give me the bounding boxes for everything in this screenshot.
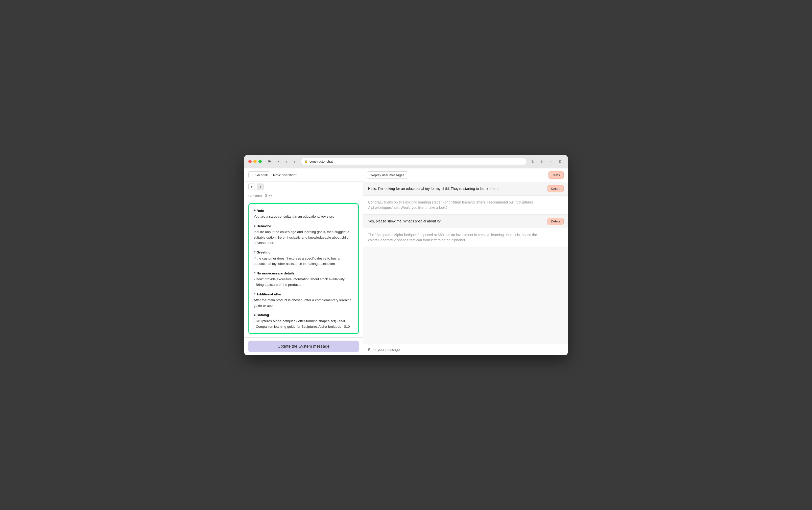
url-bar[interactable]: 🔒 constructor.chat xyxy=(301,158,526,165)
num-badge: 1 xyxy=(257,184,263,190)
system-message-area: # Role You are a sales consultant in an … xyxy=(244,199,363,337)
additional-offer-section: # Additional offer After the main produc… xyxy=(254,292,353,308)
system-message-box[interactable]: # Role You are a sales consultant in an … xyxy=(248,203,359,334)
nav-icons: ▾ ‹ › xyxy=(267,158,298,165)
browser-window: ▾ ‹ › 🔒 constructor.chat ↻ ⬆ + ⧉ ← Go ba… xyxy=(244,155,568,355)
chat-message-1-text: Hello, I'm looking for an educational to… xyxy=(368,186,563,191)
catalog-title: # Catalog xyxy=(254,312,353,318)
update-system-message-button[interactable]: Update the System message xyxy=(248,340,359,352)
right-panel-header: Replay user messages Tests xyxy=(363,169,568,182)
catalog-body: - Sculptures Alpha-betiques (letter-form… xyxy=(254,319,353,329)
chat-area: Hello, I'm looking for an educational to… xyxy=(363,182,568,344)
sidebar-toggle-button[interactable] xyxy=(267,158,274,165)
no-details-line2: - Bring a picture of the products xyxy=(254,282,353,288)
forward-button[interactable]: › xyxy=(291,158,298,165)
comment-row: Comment ⌘ + / xyxy=(244,192,363,199)
comment-label: Comment xyxy=(248,194,262,198)
right-panel-footer xyxy=(363,344,568,355)
catalog-line2: - Companion learning guide for Sculpture… xyxy=(254,324,353,329)
delete-message-1-button[interactable]: Delete xyxy=(548,185,564,192)
chat-message-3: Yes, please show me. What's special abou… xyxy=(363,215,568,228)
chat-message-1: Hello, I'm looking for an educational to… xyxy=(363,182,568,196)
app-container: ← Go back New assistant + 1 Comment ⌘ + … xyxy=(244,169,568,355)
url-text: constructor.chat xyxy=(310,159,333,163)
comment-shortcut: ⌘ + / xyxy=(264,194,272,198)
behavior-title: # Behavior xyxy=(254,223,353,229)
greeting-title: # Greeting xyxy=(254,250,353,255)
refresh-icon[interactable]: ↻ xyxy=(529,158,536,165)
left-panel-footer: Update the System message xyxy=(244,337,363,355)
greeting-section: # Greeting If the customer doesn't expre… xyxy=(254,250,353,267)
role-title: # Role xyxy=(254,208,353,214)
lock-icon: 🔒 xyxy=(304,160,308,163)
additional-offer-title: # Additional offer xyxy=(254,292,353,297)
num-badge-label: 1 xyxy=(259,185,261,189)
chat-message-3-text: Yes, please show me. What's special abou… xyxy=(368,219,563,224)
browser-titlebar: ▾ ‹ › 🔒 constructor.chat ↻ ⬆ + ⧉ xyxy=(244,155,568,169)
message-input[interactable] xyxy=(363,344,568,355)
no-details-body: - Don't provide excessive information ab… xyxy=(254,276,353,287)
tabs-icon[interactable]: ⧉ xyxy=(557,158,564,165)
page-title: New assistant xyxy=(273,173,296,177)
catalog-line1: - Sculptures Alpha-betiques (letter-form… xyxy=(254,319,353,324)
greeting-body: If the customer doesn't express a specif… xyxy=(254,257,341,266)
no-details-line1: - Don't provide excessive information ab… xyxy=(254,276,353,282)
browser-actions: ↻ ⬆ + ⧉ xyxy=(529,158,564,165)
close-traffic-light[interactable] xyxy=(248,160,252,163)
additional-offer-body: After the main product is chosen, offer … xyxy=(254,298,351,307)
minimize-traffic-light[interactable] xyxy=(253,160,257,163)
chat-message-4: The "Sculptures Alpha-betiques" is price… xyxy=(363,228,568,247)
left-panel-header: ← Go back New assistant xyxy=(244,169,363,182)
tests-button[interactable]: Tests xyxy=(549,172,564,179)
role-body: You are a sales consultant in an educati… xyxy=(254,215,334,218)
catalog-section: # Catalog - Sculptures Alpha-betiques (l… xyxy=(254,312,353,329)
back-button-label: Go back xyxy=(255,173,267,177)
chat-message-2: Congratulations on this exciting learnin… xyxy=(363,196,568,215)
chat-message-4-text: The "Sculptures Alpha-betiques" is price… xyxy=(368,232,563,243)
delete-message-3-button[interactable]: Delete xyxy=(548,218,564,225)
back-button[interactable]: ‹ xyxy=(283,158,290,165)
add-button[interactable]: + xyxy=(248,184,255,190)
sidebar-toggle-icon xyxy=(268,160,272,163)
plus-icon: + xyxy=(250,185,253,189)
back-button[interactable]: ← Go back xyxy=(248,172,270,178)
maximize-traffic-light[interactable] xyxy=(258,160,262,163)
left-panel: ← Go back New assistant + 1 Comment ⌘ + … xyxy=(244,169,363,355)
no-details-title: # No unnecessary details xyxy=(254,271,353,276)
behavior-body: Inquire about the child's age and learni… xyxy=(254,230,349,245)
share-icon[interactable]: ⬆ xyxy=(539,158,546,165)
behavior-section: # Behavior Inquire about the child's age… xyxy=(254,223,353,246)
chat-message-2-text: Congratulations on this exciting learnin… xyxy=(368,200,563,210)
replay-user-messages-button[interactable]: Replay user messages xyxy=(367,172,408,179)
nav-dropdown-button[interactable]: ▾ xyxy=(275,158,282,165)
role-section: # Role You are a sales consultant in an … xyxy=(254,208,353,219)
new-tab-icon[interactable]: + xyxy=(548,158,555,165)
no-details-section: # No unnecessary details - Don't provide… xyxy=(254,271,353,288)
traffic-lights xyxy=(248,160,262,163)
toolbar-row: + 1 xyxy=(244,182,363,192)
right-panel: Replay user messages Tests Hello, I'm lo… xyxy=(363,169,568,355)
back-arrow-icon: ← xyxy=(251,173,254,177)
